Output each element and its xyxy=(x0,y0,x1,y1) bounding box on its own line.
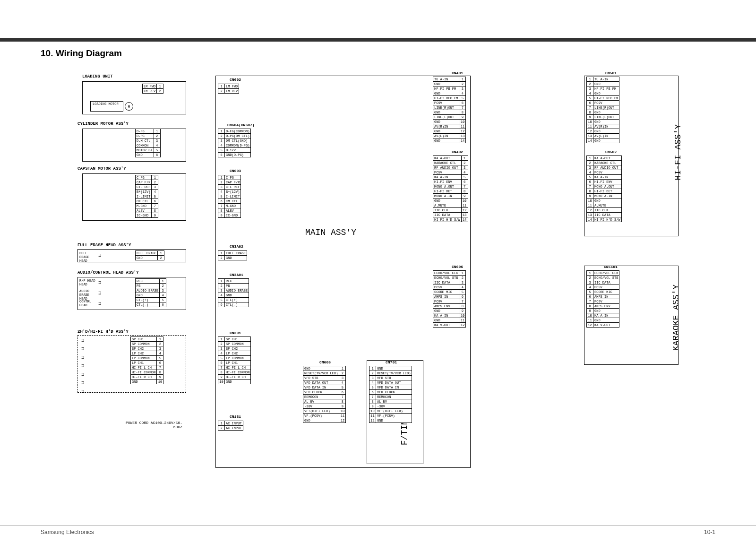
cn5101-pins: 1ECHO/VOL CLK2ECHO/VOL STB3IIC DATA4PC5V… xyxy=(586,270,619,328)
cn402-label: CN402 xyxy=(452,150,463,154)
head-icon: ⊐ xyxy=(98,290,101,296)
cn606-label: CN606 xyxy=(452,265,463,269)
top-bar xyxy=(0,0,756,42)
cn3a01-left-pins: REC1PB2AUDIO ERASE3GND4CTL(+)5CTL(-)6 xyxy=(135,278,166,307)
cylinder-motor-box xyxy=(82,129,186,162)
cn401-label: CN401 xyxy=(452,71,463,75)
cylinder-motor-label: CYLINDER MOTOR ASS'Y xyxy=(77,121,129,126)
cn602-left-pins: LM FWD1LM REV2 xyxy=(142,84,163,94)
head-icon: ⊐ xyxy=(81,380,84,386)
audio-control-label: AUDIO/CONTROL HEAD ASS'Y xyxy=(77,270,139,275)
cn606-pins: ECHO/VOL CLK1ECHO/VOL STB2IIC DATA3PC5V4… xyxy=(433,270,466,328)
control-head-label: CONTRL HEAD xyxy=(79,300,98,307)
cn602-right-pins: 1LM FWD2LM REV xyxy=(218,84,239,94)
capstan-motor-box xyxy=(82,173,186,221)
loading-unit-label: LOADING UNIT xyxy=(82,74,113,79)
cn502-pins: 1KA A-OUT2KARAOKE CTL3RF AUDIO OUT4PC5V5… xyxy=(586,155,622,222)
footer-right: 10-1 xyxy=(704,526,715,535)
cn602-label: CN602 xyxy=(230,78,241,82)
head-icon: ⊐ xyxy=(98,301,101,306)
cn701-label: CN701 xyxy=(386,360,397,364)
cn401-pins: TU A-IN1GND2HF-FI PB FM3GND4HI-FI REC FM… xyxy=(433,77,466,143)
head-icon: ⊐ xyxy=(81,371,84,377)
page-content: 10. Wiring Diagram MAIN ASS'Y F/TIMER AS… xyxy=(0,42,756,507)
cn603-label: CN603 xyxy=(230,169,241,173)
full-erase-head-label: FULL ERASE HEAD xyxy=(79,251,95,263)
cn3a02-label: CN3A02 xyxy=(230,244,243,249)
cn603-right-pins: 1C-FG2CAP F/R3CTL REF4B+(12V)5I-LIMIT6CM… xyxy=(218,175,241,218)
cn501-label: CN501 xyxy=(605,71,617,75)
cn402-pins: KA A-OUT1KARAOKE CTL2RF AUDIO OUT3PC5V4K… xyxy=(433,155,468,222)
cn3a02-left-pins: FULL ERASE1GND2 xyxy=(135,250,164,260)
footer-left: Samsung Electronics xyxy=(41,526,94,535)
capstan-motor-label: CAPSTAN MOTOR ASS'Y xyxy=(77,166,126,171)
cn502-label: CN502 xyxy=(605,150,617,154)
cn301-left-pins: SP CH11SP COMMON2SP CH23LP CH24LP COMMON… xyxy=(130,337,163,384)
cn3a02-right-pins: 1FULL ERASE2GND xyxy=(218,250,247,260)
cn604-label: CN604(CN607) xyxy=(227,123,255,127)
cn604-left-pins: D-FG1D-PG2D.M CTL3COMMON4MOTOR B+5GND6 xyxy=(135,129,161,157)
head-icon: ⊐ xyxy=(81,388,84,394)
hifi-hd-label: 2H'D/HI-FI H'D ASS'Y xyxy=(77,329,129,334)
hifi-assy-label: HI-FI ASS'Y xyxy=(673,124,683,181)
cn701-pins: 1GND2RESET(TV/VCR LED)3VFD STB4VFD DATA … xyxy=(369,366,412,423)
cn301-right-pins: 1SP CH12SP COMMON3SP CH24LP CH25LP COMMO… xyxy=(218,337,251,384)
cn604-right-pins: 1D-FG(COMMON)2D-PG(DM CTL)3DM CTL(GND)4C… xyxy=(218,129,251,157)
page-footer: Samsung Electronics 10-1 xyxy=(0,526,756,535)
motor-icon: M xyxy=(125,102,133,111)
cn605-label: CN605 xyxy=(319,360,331,364)
audio-erase-label: AUDIO ERASE HEAD xyxy=(79,289,98,301)
main-assy-label: MAIN ASS'Y xyxy=(305,228,356,237)
cn1s1-right-pins: 1AC INPUT2AC INPUT xyxy=(218,421,243,431)
cn605-pins: GND1RESET(TV/VCR LED)2VFD STB3VFD DATA O… xyxy=(303,366,346,423)
head-icon: ⊐ xyxy=(81,363,84,369)
cn301-label: CN301 xyxy=(230,331,241,335)
cn3a01-right-pins: 1REC2PB3AUDIO ERASE4GND5CTL(+)6CTL(-) xyxy=(218,278,249,307)
cn1s1-label: CN1S1 xyxy=(230,414,241,419)
page-title: 10. Wiring Diagram xyxy=(41,48,715,59)
cn603-left-pins: C-FG1CAP F/R2CTL REF3B+(12V)4I-LIMIT5CM … xyxy=(135,175,158,218)
karaoke-assy-label: KARAOKE ASS'Y xyxy=(671,285,681,351)
wiring-diagram: MAIN ASS'Y F/TIMER ASS'Y HI-FI ASS'Y KAR… xyxy=(41,67,712,488)
cn5101-label: CN5101 xyxy=(604,265,618,269)
full-erase-label: FULL ERASE HEAD ASS'Y xyxy=(77,243,131,248)
loading-motor-label: LOADING MOTOR xyxy=(93,102,119,106)
cn3a01-label: CN3A01 xyxy=(230,273,243,277)
head-icon: ⊐ xyxy=(81,354,84,360)
head-icon: ⊐ xyxy=(98,280,101,285)
power-cord-label: POWER CORD AC100-240V/50-60HZ xyxy=(121,421,182,429)
rp-head-label: R/P HEAD HEAD xyxy=(79,279,98,286)
head-icon: ⊐ xyxy=(98,252,101,258)
cn501-pins: 1TU A-IN2GND3HF-FI PB FM4GND5HI-FI REC F… xyxy=(586,77,619,143)
head-icon: ⊐ xyxy=(81,346,84,352)
head-icon: ⊐ xyxy=(81,337,84,343)
